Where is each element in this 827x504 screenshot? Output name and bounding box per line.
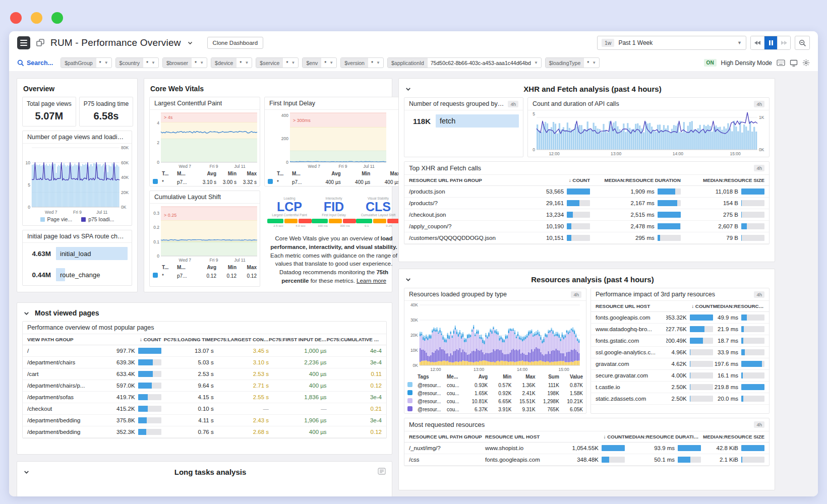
column-header[interactable]: PC75:LARGEST CONTE... — [214, 337, 269, 342]
column-header[interactable]: Max — [237, 265, 257, 270]
table-row[interactable]: fonts.gstatic.com200.49K18.7 ms — [591, 335, 769, 347]
learn-more-link[interactable]: Learn more — [357, 278, 386, 284]
table-row[interactable]: fonts.googleapis.com353.32K49.9 ms — [591, 312, 769, 324]
table-row[interactable]: ssl.google-analytics.c...4.96K33.9 ms — [591, 347, 769, 358]
panel-options-icon[interactable] — [378, 468, 386, 477]
column-header[interactable]: MEDIAN:RESOURCE DURATION — [590, 177, 681, 183]
legend-item[interactable]: p75 loadi... — [81, 216, 114, 222]
table-row[interactable]: *p7...3.10 s3.00 s3.32 s — [150, 178, 260, 186]
column-header[interactable]: Max — [237, 171, 257, 176]
table-row[interactable]: /department/bedding352.3K0.76 s2.68 s400… — [23, 426, 386, 438]
dashboards-icon[interactable] — [35, 38, 45, 48]
time-range-picker[interactable]: 1w Past 1 Week ▼ — [597, 36, 746, 50]
table-row[interactable]: *p7...400 µs400 µs400 µs — [265, 178, 403, 186]
collapse-icon[interactable] — [23, 310, 30, 317]
load-type-card[interactable]: Initial page load vs SPA route chan... 4… — [22, 230, 132, 286]
column-header[interactable]: Avg — [196, 265, 216, 270]
template-variable[interactable]: $service*▼ — [256, 57, 299, 68]
column-header[interactable]: ↓ COUNT — [108, 337, 161, 342]
maximize-window-button[interactable] — [51, 12, 63, 24]
table-row[interactable]: /products/?29,1612,167 ms154 B — [404, 198, 769, 209]
table-row[interactable]: /997.7K13.07 s3.45 s1,000 µs4e-4 — [23, 345, 386, 357]
load-type-row[interactable]: 4.63M initial_load — [23, 243, 132, 264]
time-backward-button[interactable] — [751, 36, 764, 49]
column-header[interactable]: MEDIAN:RESOURCE SIZE — [681, 177, 764, 183]
column-header[interactable]: Min — [216, 265, 237, 270]
column-header[interactable]: Min — [216, 171, 237, 176]
table-row[interactable]: /checkout415.2K0.10 s——0.21 — [23, 403, 386, 415]
table-row[interactable]: /products.json53,5651,909 ms11,018 B — [404, 186, 769, 198]
table-row[interactable]: /apply_coupon/?10,1902,478 ms2,607 B — [404, 221, 769, 232]
load-type-row[interactable]: 0.44M route_change — [23, 264, 132, 285]
column-header[interactable]: Min — [488, 374, 511, 380]
zoom-out-button[interactable] — [795, 36, 810, 50]
column-header[interactable]: ↓ COUNT — [666, 303, 713, 309]
table-row[interactable]: *p7...0.120.120.12 — [150, 272, 260, 280]
table-row[interactable]: /customers/QQQQQDDOGQ.json10,151295 ms79… — [404, 232, 769, 244]
pause-button[interactable] — [764, 36, 777, 49]
template-variable[interactable]: $pathGroup*▼ — [61, 57, 111, 68]
column-header[interactable]: MEDIAN:RESOURCE D... — [713, 303, 764, 309]
column-header[interactable]: Value — [559, 374, 583, 380]
column-header[interactable]: Max — [370, 171, 400, 176]
column-header[interactable]: PC75:FIRST INPUT DEL... — [269, 337, 327, 342]
template-variable[interactable]: $country*▼ — [115, 57, 159, 68]
column-header[interactable]: Sum — [536, 374, 559, 380]
column-header[interactable]: VIEW PATH GROUP — [27, 337, 108, 342]
column-header[interactable]: Avg — [311, 171, 341, 176]
table-row[interactable]: /cart633.4K2.53 s2.53 s400 µs0.11 — [23, 368, 386, 380]
lcp-card[interactable]: Largest Contentful Paint 420Wed 7Fri 9Ju… — [149, 97, 260, 186]
table-row[interactable]: @resour...cou...10.81K6.65K15.51K1,298K1… — [404, 397, 586, 405]
settings-gear-icon[interactable] — [802, 59, 810, 67]
collapse-icon[interactable] — [23, 469, 30, 475]
legend-item[interactable]: Page vie... — [40, 216, 73, 222]
table-row[interactable]: secure.gravatar.com4.00K16.1 ms — [591, 370, 769, 382]
minimize-window-button[interactable] — [31, 12, 42, 24]
time-forward-button[interactable] — [777, 36, 790, 49]
table-row[interactable]: static.zdassets.com2.50K20.0 ms — [591, 393, 769, 405]
column-header[interactable]: ↓ COUNT — [561, 434, 625, 439]
table-row[interactable]: /department/chairs/p...597.0K9.64 s2.71 … — [23, 380, 386, 392]
column-header[interactable]: Max — [511, 374, 535, 380]
search-control[interactable]: Search... — [17, 59, 53, 67]
column-header[interactable]: RESOURCE URL HOST — [485, 434, 561, 439]
column-header[interactable]: RESOURCE URL PATH GROUP — [409, 177, 523, 183]
table-row[interactable]: /checkout.json13,2342,515 ms275 B — [404, 209, 769, 221]
menu-button[interactable] — [17, 36, 30, 49]
collapse-icon[interactable] — [405, 276, 411, 283]
column-header[interactable]: RESOURCE URL HOST — [596, 303, 666, 309]
column-header[interactable]: Avg — [464, 374, 488, 380]
clone-dashboard-button[interactable]: Clone Dashboard — [207, 37, 264, 49]
column-header[interactable]: T... — [162, 171, 177, 176]
close-window-button[interactable] — [10, 12, 22, 24]
template-variable[interactable]: $applicationId75d50c62-8b66-403c-a453-aa… — [387, 57, 542, 68]
column-header[interactable]: ↓ COUNT — [523, 177, 590, 183]
column-header[interactable]: PC75:CUMULATIVE LAY... — [327, 337, 382, 342]
table-row[interactable]: /_nuxt/img/?www.shopist.io1,054.55K93.9 … — [404, 443, 769, 454]
pageviews-chart-card[interactable]: Number of page views and loading ... 105… — [22, 131, 132, 226]
table-row[interactable]: /department/bedding375.8K4.11 s2.43 s1,9… — [23, 415, 386, 426]
table-row[interactable]: t.castle.io2.50K219.8 ms — [591, 382, 769, 393]
title-chevron-icon[interactable] — [187, 40, 193, 46]
request-type-row[interactable]: 118K fetch — [404, 110, 523, 132]
table-row[interactable]: /department/sofas419.7K4.15 s2.55 s1,836… — [23, 392, 386, 403]
column-header[interactable]: M... — [177, 265, 196, 270]
column-header[interactable]: RESOURCE URL PATH GROUP — [409, 434, 485, 439]
table-row[interactable]: www.datadoghq-bro...227.76K21.9 ms — [591, 324, 769, 335]
cls-card[interactable]: Cumulative Layout Shift 0.30.20.10Wed 7F… — [149, 191, 260, 287]
table-row[interactable]: /department/chairs639.3K5.03 s3.10 s2,23… — [23, 357, 386, 368]
column-header[interactable]: Min — [341, 171, 371, 176]
template-variable[interactable]: $device*▼ — [211, 57, 252, 68]
resources-loaded-card[interactable]: Resources loaded grouped by type 4h 40K3… — [404, 288, 586, 414]
template-variable[interactable]: $browser*▼ — [162, 57, 207, 68]
requests-by-type-card[interactable]: Number of requests grouped by ty... 4h 1… — [404, 97, 523, 157]
column-header[interactable]: Me... — [447, 374, 464, 380]
stat-total-page-views[interactable]: Total page views 5.07M — [22, 97, 76, 127]
column-header[interactable]: Tags — [418, 374, 447, 380]
column-header[interactable]: T... — [162, 265, 177, 270]
column-header[interactable]: T... — [277, 171, 292, 176]
column-header[interactable]: M... — [292, 171, 311, 176]
column-header[interactable]: PC75:LOADING TIME — [161, 337, 214, 342]
table-row[interactable]: @resour...cou...6.37K3.91K9.31K765K6.05K — [404, 405, 586, 413]
fid-card[interactable]: First Input Delay 4002000Wed 7Fri 9Jul 1… — [264, 97, 403, 186]
